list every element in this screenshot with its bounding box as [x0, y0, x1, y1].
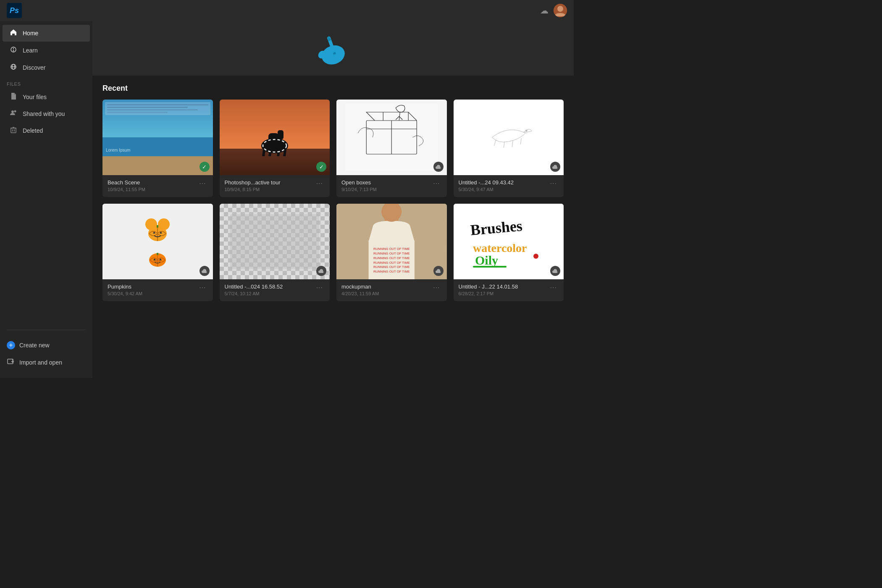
file-card-pumpkins[interactable]: Pumpkins 5/30/24, 9:42 AM ··· — [102, 204, 213, 301]
file-card-open-boxes[interactable]: Open boxes 9/10/24, 7:13 PM ··· — [336, 100, 447, 197]
file-more-untitled1[interactable]: ··· — [549, 179, 559, 188]
file-name-beach: Beach Scene — [108, 179, 145, 186]
sidebar-item-home[interactable]: Home — [3, 25, 90, 42]
svg-point-8 — [11, 110, 14, 113]
file-info-boxes: Open boxes 9/10/24, 7:13 PM ··· — [336, 175, 447, 197]
hero-banner — [92, 21, 574, 76]
thumb-open-boxes — [336, 100, 447, 175]
status-icon-cloud-mockup — [433, 266, 444, 276]
file-info-untitled2: Untitled -...024 16.58.52 5/7/24, 10:12 … — [220, 279, 330, 301]
file-date-tour: 10/9/24, 8:15 PM — [225, 187, 281, 192]
svg-point-1 — [557, 6, 563, 12]
svg-rect-66 — [473, 266, 507, 268]
sidebar-item-your-files[interactable]: Your files — [3, 89, 90, 105]
svg-rect-47 — [157, 225, 158, 228]
svg-text:Oily: Oily — [475, 253, 498, 267]
file-more-untitled2[interactable]: ··· — [315, 284, 325, 292]
home-label: Home — [23, 30, 38, 37]
file-info-untitled1: Untitled -...24 09.43.42 5/30/24, 9:47 A… — [454, 175, 564, 197]
file-card-mockupman[interactable]: RUNNING OUT OF TIME RUNNING OUT OF TIME … — [336, 204, 447, 301]
svg-point-9 — [14, 110, 16, 113]
file-more-boxes[interactable]: ··· — [431, 179, 441, 188]
file-date-untitled1: 5/30/24, 9:47 AM — [459, 187, 514, 192]
sidebar: Home Learn — [0, 21, 92, 378]
sidebar-item-shared-with-you[interactable]: Shared with you — [3, 106, 90, 122]
files-grid: Lorem Ipsum ✓ Beach Scene 10/9/24, 11:55… — [102, 100, 564, 301]
file-info-tour: Photoshop...active tour 10/9/24, 8:15 PM… — [220, 175, 330, 197]
svg-text:RUNNING OUT OF TIME: RUNNING OUT OF TIME — [373, 265, 410, 269]
discover-icon — [9, 63, 18, 72]
file-name-untitled2: Untitled -...024 16.58.52 — [225, 284, 283, 290]
file-name-tour: Photoshop...active tour — [225, 179, 281, 186]
file-date-beach: 10/9/24, 11:55 PM — [108, 187, 145, 192]
content-area: Recent — [92, 21, 574, 378]
file-card-beach-scene[interactable]: Lorem Ipsum ✓ Beach Scene 10/9/24, 11:55… — [102, 100, 213, 197]
import-open-icon — [7, 358, 15, 367]
svg-point-40 — [525, 130, 527, 131]
svg-rect-10 — [11, 128, 16, 133]
file-more-brushes[interactable]: ··· — [549, 284, 559, 292]
your-files-label: Your files — [23, 94, 47, 100]
import-open-button[interactable]: Import and open — [0, 354, 92, 371]
thumb-untitled-1 — [454, 100, 564, 175]
file-date-untitled2: 5/7/24, 10:12 AM — [225, 291, 283, 296]
status-icon-synced-beach: ✓ — [200, 162, 210, 172]
deleted-icon — [9, 126, 18, 135]
svg-point-4 — [13, 50, 14, 51]
your-files-icon — [9, 93, 18, 101]
topbar-left: Ps — [7, 3, 22, 18]
file-more-beach[interactable]: ··· — [197, 179, 207, 188]
thumb-photoshop-tour: ✓ — [220, 100, 330, 175]
status-icon-cloud-brushes — [550, 266, 560, 276]
status-icon-cloud-untitled2 — [316, 266, 326, 276]
thumb-beach-scene: Lorem Ipsum ✓ — [102, 100, 213, 175]
file-card-untitled-2[interactable]: Untitled -...024 16.58.52 5/7/24, 10:12 … — [220, 204, 330, 301]
sidebar-item-deleted[interactable]: Deleted — [3, 122, 90, 139]
status-icon-cloud-boxes — [433, 162, 444, 172]
create-new-icon: + — [7, 341, 15, 349]
status-icon-synced-tour: ✓ — [316, 162, 326, 172]
svg-text:watercolor: watercolor — [473, 242, 527, 255]
sidebar-item-discover[interactable]: Discover — [3, 59, 90, 76]
file-info-pumpkins: Pumpkins 5/30/24, 9:42 AM ··· — [102, 279, 213, 301]
file-card-untitled-1[interactable]: Untitled -...24 09.43.42 5/30/24, 9:47 A… — [454, 100, 564, 197]
recent-section: Recent — [92, 76, 574, 310]
sidebar-divider — [7, 330, 86, 330]
learn-label: Learn — [23, 47, 38, 54]
file-date-pumpkins: 5/30/24, 9:42 AM — [108, 291, 142, 296]
sidebar-nav: Home Learn — [0, 24, 92, 326]
create-new-button[interactable]: + Create new — [0, 337, 92, 354]
file-date-brushes: 6/28/22, 2:17 PM — [459, 291, 518, 296]
file-more-pumpkins[interactable]: ··· — [197, 284, 207, 292]
svg-text:RUNNING OUT OF TIME: RUNNING OUT OF TIME — [373, 252, 410, 255]
file-more-tour[interactable]: ··· — [315, 179, 325, 188]
thumb-untitled-j: Brushes watercolor Oily — [454, 204, 564, 279]
user-avatar[interactable] — [554, 4, 567, 17]
file-date-mockup: 4/20/23, 11:59 AM — [341, 291, 379, 296]
file-name-untitled1: Untitled -...24 09.43.42 — [459, 179, 514, 186]
sidebar-item-learn[interactable]: Learn — [3, 42, 90, 59]
deleted-label: Deleted — [23, 127, 43, 134]
file-info-beach: Beach Scene 10/9/24, 11:55 PM ··· — [102, 175, 213, 197]
file-info-brushes: Untitled - J...22 14.01.58 6/28/22, 2:17… — [454, 279, 564, 301]
file-card-untitled-j[interactable]: Brushes watercolor Oily — [454, 204, 564, 301]
file-name-boxes: Open boxes — [341, 179, 377, 186]
svg-rect-15 — [8, 359, 13, 364]
shared-with-you-icon — [9, 110, 18, 118]
svg-text:RUNNING OUT OF TIME: RUNNING OUT OF TIME — [373, 247, 410, 251]
home-icon — [9, 29, 18, 37]
shared-with-you-label: Shared with you — [23, 110, 65, 117]
svg-point-67 — [533, 254, 538, 259]
file-more-mockup[interactable]: ··· — [431, 284, 441, 292]
sidebar-bottom: + Create new Import and open — [0, 333, 92, 375]
hero-hand-image — [308, 27, 358, 69]
file-info-mockup: mockupman 4/20/23, 11:59 AM ··· — [336, 279, 447, 301]
svg-line-25 — [263, 150, 264, 156]
file-card-photoshop-tour[interactable]: ✓ Photoshop...active tour 10/9/24, 8:15 … — [220, 100, 330, 197]
svg-text:RUNNING OUT OF TIME: RUNNING OUT OF TIME — [373, 270, 410, 273]
file-name-pumpkins: Pumpkins — [108, 284, 142, 290]
topbar: Ps ☁ — [0, 0, 574, 21]
svg-text:RUNNING OUT OF TIME: RUNNING OUT OF TIME — [373, 256, 410, 260]
status-icon-cloud-untitled1 — [550, 162, 560, 172]
cloud-sync-icon[interactable]: ☁ — [540, 5, 549, 16]
